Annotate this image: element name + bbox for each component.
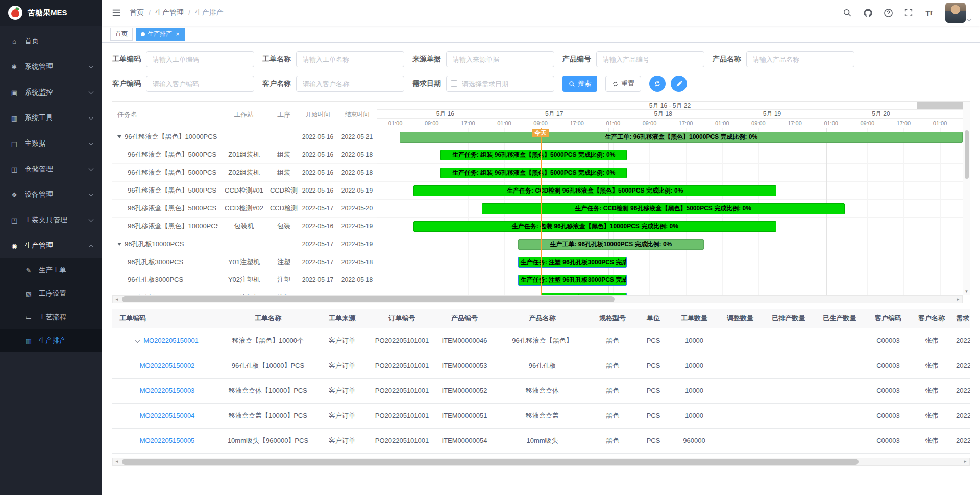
gantt-task-row[interactable]: 96孔孔板3000PCSY02注塑机注塑2022-05-172022-05-18 [112, 271, 377, 289]
workstation-cell: Z02组装机 [218, 168, 270, 177]
gantt-bar[interactable]: 生产任务: CCD检测 96孔移液盒【黑色】5000PCS 完成比例: 0% [413, 185, 776, 196]
sidebar-item-fixture[interactable]: ◳工装夹具管理 [0, 207, 102, 233]
table-row[interactable]: MO20220515000296孔孔板【10000】PCS客户订单PO20220… [112, 353, 970, 378]
chevron-down-icon [967, 17, 971, 21]
source-doc-input[interactable] [446, 51, 554, 67]
gantt-task-row[interactable]: 96孔孔板3000PCSY01注塑机注塑2022-05-172022-05-18 [112, 253, 377, 271]
process-cell: 包装 [270, 222, 298, 231]
search-icon[interactable] [842, 8, 852, 18]
sidebar-subitem-process-flow[interactable]: ≔工艺流程 [0, 305, 102, 329]
gantt-bar[interactable]: 生产任务: 注塑 96孔孔板3000PCS 完成比例: 0% [541, 293, 627, 295]
gantt-bar[interactable]: 生产任务: 注塑 96孔孔板3000PCS 完成比例: 0% [518, 257, 627, 268]
row-expand-chevron-icon[interactable] [135, 338, 140, 343]
gantt-task-row[interactable]: 96孔移液盒【黑色】5000PCSCCD检测#01CCD检测2022-05-16… [112, 182, 377, 200]
question-icon[interactable] [883, 8, 893, 18]
qty-cell: 960000 [671, 428, 717, 453]
spec-cell: 黑色 [590, 403, 635, 428]
process-cell: 注塑 [270, 275, 298, 285]
scroll-left-arrow-icon[interactable]: ◄ [113, 459, 121, 464]
scroll-right-arrow-icon[interactable]: ► [954, 297, 962, 302]
scroll-right-arrow-icon[interactable]: ► [961, 459, 969, 464]
table-row[interactable]: MO202205150004移液盒盒盖【10000】PCS客户订单PO20220… [112, 403, 970, 428]
task-name: 96孔孔板3000PCS [128, 275, 183, 285]
wo-name-input[interactable] [296, 51, 404, 67]
gantt-task-row[interactable]: 96孔移液盒【黑色】5000PCSZ01组装机组装2022-05-162022-… [112, 146, 377, 164]
gantt-task-row[interactable]: 96孔移液盒【黑色】5000PCSCCD检测#02CCD检测2022-05-17… [112, 200, 377, 218]
gantt-bar[interactable]: 生产任务: 组装 96孔移液盒【黑色】5000PCS 完成比例: 0% [440, 150, 627, 160]
customer-code-input[interactable] [146, 76, 254, 92]
sidebar-item-production[interactable]: ◉生产管理 [0, 233, 102, 258]
tab-label: 生产排产 [148, 30, 172, 38]
edit-circle-button[interactable] [671, 76, 687, 92]
gantt-bar[interactable]: 生产工单: 96孔孔板10000PCS 完成比例: 0% [518, 239, 704, 250]
wo-code-input[interactable] [146, 51, 254, 67]
tab-close-icon[interactable]: × [176, 31, 180, 37]
due-date-input[interactable] [446, 76, 554, 92]
sidebar-item-monitor[interactable]: ▣系统监控 [0, 80, 102, 105]
sidebar-item-equipment[interactable]: ❖设备管理 [0, 182, 102, 207]
task-name-cell: 96孔移液盒【黑色】10000PCS [112, 132, 218, 142]
gantt-bar[interactable]: 生产工单: 96孔移液盒【黑色】10000PCS 完成比例: 0% [400, 132, 963, 143]
tab-scheduling[interactable]: 生产排产× [136, 28, 185, 41]
breadcrumb-item[interactable]: 生产排产 [195, 8, 224, 17]
fullscreen-icon[interactable] [903, 8, 914, 18]
sidebar-item-tools[interactable]: ▥系统工具 [0, 105, 102, 131]
gantt-task-row[interactable]: 96孔孔板10000PCS2022-05-172022-05-19 [112, 235, 377, 253]
search-button[interactable]: 搜索 [562, 76, 597, 92]
scroll-left-arrow-icon[interactable]: ◄ [113, 297, 121, 302]
hour-label: 17:00 [679, 119, 693, 128]
table-row[interactable]: MO20220515000510mm吸头【960000】PCS客户订单PO202… [112, 428, 970, 453]
sidebar-subitem-scheduling[interactable]: ▦生产排产 [0, 329, 102, 352]
workstation-cell: Y02注塑机 [218, 275, 270, 285]
gantt-task-row[interactable]: 96孔移液盒【黑色】10000PCS包装机包装2022-05-162022-05… [112, 218, 377, 235]
gantt-horizontal-scrollbar[interactable]: ◄ ► [112, 295, 963, 303]
breadcrumb-item[interactable]: 首页 [130, 8, 144, 17]
customer-name-input[interactable] [296, 76, 404, 92]
github-icon[interactable] [863, 8, 873, 18]
orders-horizontal-scrollbar[interactable]: ◄ ► [112, 458, 970, 466]
product-code-input[interactable] [596, 51, 704, 67]
tab-home[interactable]: 首页 [110, 28, 133, 41]
work-order-link[interactable]: MO202205150005 [140, 437, 195, 444]
font-size-icon[interactable]: TT [924, 8, 934, 18]
refresh-circle-button[interactable] [649, 76, 666, 92]
expand-triangle-icon[interactable] [117, 243, 121, 246]
table-row[interactable]: MO202205150001移液盒【黑色】10000个客户订单PO2022051… [112, 328, 970, 353]
sidebar-subitem-process-setting[interactable]: ▧工序设置 [0, 282, 102, 305]
sidebar-item-masterdata[interactable]: ▤主数据 [0, 131, 102, 156]
reset-button[interactable]: 重置 [605, 76, 641, 92]
gantt-task-row[interactable]: 96孔移液盒【黑色】5000PCSZ02组装机组装2022-05-162022-… [112, 164, 377, 182]
task-name: 96孔移液盒【黑色】10000PCS [128, 222, 218, 231]
table-row[interactable]: MO202205150003移液盒盒体【10000】PCS客户订单PO20220… [112, 378, 970, 403]
sidebar-item-system[interactable]: ✱系统管理 [0, 54, 102, 80]
gantt-bar[interactable]: 生产任务: 包装 96孔移液盒【黑色】10000PCS 完成比例: 0% [413, 221, 776, 232]
vscroll-thumb[interactable] [965, 130, 969, 179]
hscroll-thumb[interactable] [122, 459, 859, 465]
gantt-bar[interactable]: 生产任务: CCD检测 96孔移液盒【黑色】5000PCS 完成比例: 0% [482, 203, 845, 214]
work-order-link[interactable]: MO202205150002 [140, 362, 195, 369]
document-icon: ▤ [10, 140, 18, 148]
product-name-input[interactable] [746, 51, 854, 67]
expand-triangle-icon[interactable] [117, 135, 121, 138]
hour-label: 01:00 [497, 119, 511, 128]
gantt-bar[interactable]: 生产任务: 组装 96孔移液盒【黑色】5000PCS 完成比例: 0% [440, 168, 627, 178]
work-order-link[interactable]: MO202205150003 [140, 387, 195, 394]
gantt-bar[interactable]: 生产任务: 注塑 96孔孔板3000PCS 完成比例: 0% [518, 275, 627, 286]
gantt-task-row[interactable]: 96孔移液盒【黑色】10000PCS2022-05-162022-05-21 [112, 128, 377, 146]
gantt-task-row[interactable]: 96孔孔板3000PCSY03注塑机注塑2022-05-172022-05-19 [112, 289, 377, 295]
sidebar-subitem-workorder[interactable]: ✎生产工单 [0, 258, 102, 282]
avatar[interactable] [945, 3, 966, 23]
user-menu[interactable] [945, 3, 971, 23]
sidebar-item-home[interactable]: ⌂首页 [0, 29, 102, 54]
sidebar-item-warehouse[interactable]: ◫仓储管理 [0, 156, 102, 182]
hamburger-icon[interactable] [111, 8, 121, 18]
product-code-cell: ITEM00000052 [434, 378, 495, 403]
work-order-link[interactable]: MO202205150004 [140, 412, 195, 419]
app-logo[interactable]: 苦糖果MES [0, 0, 102, 26]
gantt-vertical-scrollbar[interactable]: ▼ [963, 102, 970, 295]
hscroll-thumb[interactable] [122, 296, 615, 302]
scroll-down-arrow-icon[interactable]: ▼ [963, 288, 970, 295]
gantt-bar-label: 生产任务: 注塑 96孔孔板3000PCS 完成比例: 0% [519, 257, 626, 267]
breadcrumb-item[interactable]: 生产管理 [155, 8, 184, 17]
work-order-link[interactable]: MO202205150001 [143, 337, 199, 344]
